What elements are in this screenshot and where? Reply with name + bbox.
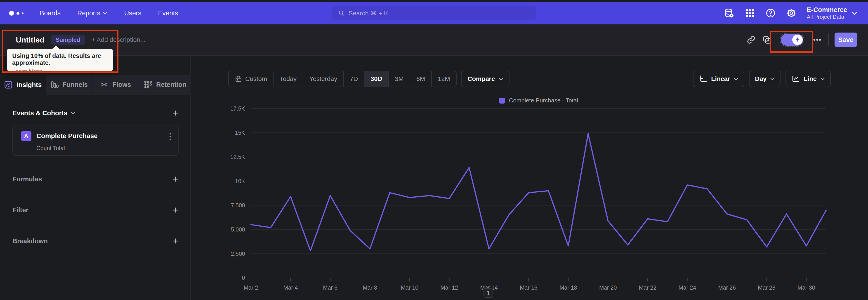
nav-item-boards[interactable]: Boards (40, 9, 61, 17)
range-7d[interactable]: 7D (343, 71, 364, 87)
range-6m[interactable]: 6M (410, 71, 431, 87)
chart-type-select[interactable]: Line (785, 71, 831, 87)
svg-text:2,500: 2,500 (231, 250, 245, 257)
legend-swatch (499, 98, 505, 103)
primary-nav: BoardsReportsUsersEvents (40, 9, 178, 17)
events-cohorts-header: Events & Cohorts + (12, 108, 179, 118)
interval-select[interactable]: Day (749, 71, 780, 87)
event-name: Complete Purchase (36, 132, 98, 140)
chevron-down-icon (499, 78, 503, 81)
add-breakdown-button[interactable]: + (173, 236, 179, 246)
sampled-badge[interactable]: Sampled (51, 35, 85, 45)
more-options-icon[interactable] (809, 32, 825, 48)
date-range-controls: CustomTodayYesterday7D30D3M6M12M Compare (228, 71, 509, 87)
insights-icon (4, 80, 13, 89)
funnels-icon (50, 80, 59, 89)
tab-insights[interactable]: Insights (0, 75, 46, 94)
tooltip-arrow (52, 46, 60, 49)
svg-text:Mar 26: Mar 26 (718, 284, 736, 291)
add-formulas-button[interactable]: + (173, 174, 179, 184)
project-selector[interactable]: E-Commerce All Project Data (807, 6, 857, 20)
section-breakdown: Breakdown+ (12, 235, 179, 247)
workspace: InsightsFunnelsFlowsRetention Events & C… (0, 56, 868, 300)
nav-item-events[interactable]: Events (158, 9, 178, 17)
search-input[interactable]: Search ⌘ + K (332, 6, 536, 20)
calendar-icon (235, 75, 242, 83)
svg-text:Mar 16: Mar 16 (520, 284, 537, 291)
date-range-group: CustomTodayYesterday7D30D3M6M12M (228, 71, 457, 87)
lightning-bolt-icon (794, 37, 801, 43)
chart-area: 02,5005,0007,50010K12.5K15K17.5KMar 2Mar… (210, 106, 835, 296)
chart-legend[interactable]: Complete Purchase - Total (251, 97, 826, 104)
line-chart[interactable]: 02,5005,0007,50010K12.5K15K17.5KMar 2Mar… (210, 106, 835, 295)
report-title-bar: Untitled Sampled + Add description... Sa… (0, 24, 868, 56)
svg-text:0: 0 (242, 275, 245, 281)
range-12m[interactable]: 12M (431, 71, 456, 87)
copy-to-board-icon[interactable] (759, 32, 775, 48)
top-nav-right: E-Commerce All Project Data (719, 2, 857, 24)
range-today[interactable]: Today (273, 71, 303, 87)
event-letter-badge: A (21, 131, 31, 141)
top-nav: BoardsReportsUsersEvents Search ⌘ + K E-… (0, 2, 868, 24)
range-yesterday[interactable]: Yesterday (303, 71, 343, 87)
svg-text:Mar 10: Mar 10 (401, 284, 418, 291)
learn-more-link[interactable]: Learn More (12, 68, 42, 75)
scale-select[interactable]: Linear (693, 71, 744, 87)
mixpanel-insights-report: BoardsReportsUsersEvents Search ⌘ + K E-… (0, 0, 868, 300)
legend-label: Complete Purchase - Total (509, 97, 578, 104)
chevron-down-icon (770, 78, 775, 81)
event-metric[interactable]: Count Total (36, 145, 65, 151)
save-button[interactable]: Save (835, 33, 857, 47)
compare-button[interactable]: Compare (461, 71, 509, 87)
report-title[interactable]: Untitled (16, 35, 44, 44)
add-description[interactable]: + Add description... (92, 36, 146, 43)
range-3m[interactable]: 3M (388, 71, 410, 87)
svg-text:5,000: 5,000 (231, 226, 245, 233)
query-sidebar: InsightsFunnelsFlowsRetention Events & C… (0, 56, 191, 300)
linear-axis-icon (699, 74, 708, 83)
toggle-knob (792, 35, 803, 45)
range-custom[interactable]: Custom (229, 71, 273, 87)
chevron-down-icon (103, 12, 107, 15)
svg-text:Mar 28: Mar 28 (758, 284, 776, 291)
chevron-down-icon (820, 78, 825, 81)
search-icon (338, 10, 345, 17)
tab-flows[interactable]: Flows (92, 75, 139, 94)
range-30d[interactable]: 30D (364, 71, 388, 87)
add-filter-button[interactable]: + (173, 205, 179, 215)
add-event-button[interactable]: + (173, 108, 179, 118)
pagination-page-1[interactable]: 1 (484, 288, 493, 298)
chevron-down-icon (852, 11, 857, 15)
tab-funnels[interactable]: Funnels (46, 75, 92, 94)
tab-retention[interactable]: Retention (139, 75, 191, 94)
svg-text:Mar 6: Mar 6 (323, 284, 338, 291)
sampling-toggle[interactable] (781, 34, 803, 46)
search-placeholder: Search ⌘ + K (348, 9, 388, 17)
nav-item-reports[interactable]: Reports (77, 9, 107, 17)
divider (828, 33, 829, 46)
tooltip-text: Using 10% of data. Results are approxima… (12, 53, 107, 66)
svg-text:Mar 18: Mar 18 (559, 284, 577, 291)
event-options-icon[interactable] (168, 132, 172, 142)
svg-text:Mar 12: Mar 12 (440, 284, 458, 291)
svg-text:17.5K: 17.5K (230, 106, 245, 112)
data-management-icon[interactable] (719, 2, 739, 24)
help-icon[interactable] (760, 2, 781, 24)
svg-text:7,500: 7,500 (231, 202, 245, 208)
apps-grid-icon[interactable] (739, 2, 760, 24)
svg-text:Mar 30: Mar 30 (798, 284, 815, 291)
copy-link-icon[interactable] (743, 32, 759, 48)
svg-text:15K: 15K (235, 129, 245, 136)
svg-text:Mar 22: Mar 22 (639, 284, 656, 291)
event-card[interactable]: A Complete Purchase Count Total (12, 125, 179, 156)
project-scope: All Project Data (807, 14, 844, 20)
nav-item-users[interactable]: Users (124, 9, 141, 17)
chart-panel: CustomTodayYesterday7D30D3M6M12M Compare… (191, 56, 868, 300)
settings-icon[interactable] (781, 2, 802, 24)
project-name: E-Commerce (807, 6, 847, 14)
svg-text:Mar 20: Mar 20 (599, 284, 617, 291)
svg-text:10K: 10K (235, 178, 245, 184)
mixpanel-logo-icon[interactable] (9, 11, 24, 16)
events-cohorts-heading[interactable]: Events & Cohorts (12, 110, 75, 117)
sampling-tooltip: Using 10% of data. Results are approxima… (7, 49, 113, 71)
